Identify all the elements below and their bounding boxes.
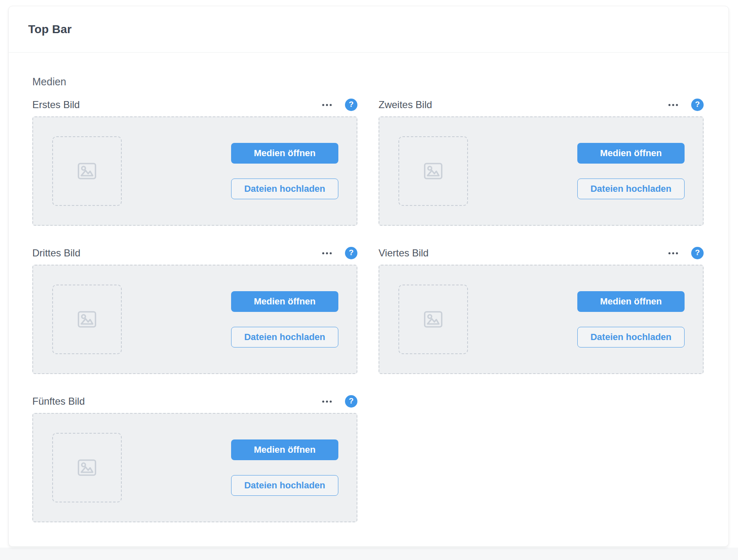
field-label: Drittes Bild (32, 247, 80, 259)
dropzone-buttons: Medien öffnen Dateien hochladen (577, 291, 685, 348)
upload-files-button[interactable]: Dateien hochladen (577, 327, 685, 348)
help-button[interactable]: ? (345, 395, 357, 408)
image-icon (75, 307, 99, 331)
field-label: Erstes Bild (32, 99, 80, 111)
image-icon (75, 159, 99, 183)
page-background-strip (0, 548, 738, 560)
image-icon (421, 159, 445, 183)
media-dropzone[interactable]: Medien öffnen Dateien hochladen (379, 265, 704, 374)
ellipsis-icon (668, 104, 670, 106)
ellipsis-icon (322, 104, 324, 106)
media-dropzone[interactable]: Medien öffnen Dateien hochladen (379, 116, 704, 226)
image-placeholder (52, 433, 122, 502)
field-actions: ? (668, 99, 704, 111)
help-button[interactable]: ? (691, 99, 704, 111)
settings-panel: Top Bar Medien Erstes Bild ? (8, 6, 729, 547)
image-placeholder (52, 285, 122, 354)
dropzone-buttons: Medien öffnen Dateien hochladen (577, 143, 685, 199)
dropzone-buttons: Medien öffnen Dateien hochladen (231, 291, 338, 348)
field-actions: ? (321, 247, 357, 259)
open-media-button[interactable]: Medien öffnen (231, 291, 338, 312)
image-icon (421, 307, 445, 331)
ellipsis-icon (322, 252, 324, 254)
dropzone-buttons: Medien öffnen Dateien hochladen (231, 143, 338, 199)
field-label: Zweites Bild (379, 99, 432, 111)
image-placeholder (398, 285, 468, 354)
field-fuenftes-bild: Fünftes Bild ? (32, 395, 357, 522)
field-drittes-bild: Drittes Bild ? (32, 246, 357, 374)
help-button[interactable]: ? (345, 99, 357, 111)
field-actions: ? (321, 99, 357, 111)
upload-files-button[interactable]: Dateien hochladen (231, 475, 338, 496)
field-zweites-bild: Zweites Bild ? (379, 98, 704, 226)
question-icon: ? (695, 248, 700, 257)
open-media-button[interactable]: Medien öffnen (231, 439, 338, 460)
field-menu-button[interactable] (668, 102, 679, 108)
media-dropzone[interactable]: Medien öffnen Dateien hochladen (32, 413, 357, 522)
ellipsis-icon (668, 252, 670, 254)
dropzone-buttons: Medien öffnen Dateien hochladen (231, 439, 338, 496)
field-header: Erstes Bild ? (32, 98, 357, 111)
media-dropzone[interactable]: Medien öffnen Dateien hochladen (32, 116, 357, 226)
question-icon: ? (349, 100, 354, 109)
field-label: Viertes Bild (379, 247, 429, 259)
field-header: Viertes Bild ? (379, 246, 704, 260)
media-section: Medien Erstes Bild ? (9, 53, 728, 522)
question-icon: ? (349, 396, 354, 406)
field-viertes-bild: Viertes Bild ? (379, 246, 704, 374)
field-actions: ? (668, 247, 704, 259)
open-media-button[interactable]: Medien öffnen (577, 291, 685, 312)
field-menu-button[interactable] (321, 251, 333, 256)
section-title-medien: Medien (32, 76, 704, 88)
topbar: Top Bar (9, 6, 728, 53)
field-header: Zweites Bild ? (379, 98, 704, 111)
field-erstes-bild: Erstes Bild ? (32, 98, 357, 226)
open-media-button[interactable]: Medien öffnen (577, 143, 685, 164)
field-header: Fünftes Bild ? (32, 395, 357, 408)
field-label: Fünftes Bild (32, 396, 85, 407)
help-button[interactable]: ? (691, 247, 704, 259)
question-icon: ? (695, 100, 700, 109)
upload-files-button[interactable]: Dateien hochladen (231, 327, 338, 348)
question-icon: ? (349, 248, 354, 257)
media-fields-grid: Erstes Bild ? (32, 98, 704, 522)
image-icon (75, 456, 99, 480)
open-media-button[interactable]: Medien öffnen (231, 143, 338, 164)
image-placeholder (52, 136, 122, 206)
help-button[interactable]: ? (345, 247, 357, 259)
image-placeholder (398, 136, 468, 206)
media-dropzone[interactable]: Medien öffnen Dateien hochladen (32, 265, 357, 374)
field-actions: ? (321, 395, 357, 408)
ellipsis-icon (322, 401, 324, 403)
field-menu-button[interactable] (321, 102, 333, 108)
topbar-title: Top Bar (28, 23, 72, 36)
upload-files-button[interactable]: Dateien hochladen (577, 179, 685, 199)
field-menu-button[interactable] (321, 399, 333, 404)
field-menu-button[interactable] (668, 251, 679, 256)
field-header: Drittes Bild ? (32, 246, 357, 260)
upload-files-button[interactable]: Dateien hochladen (231, 179, 338, 199)
